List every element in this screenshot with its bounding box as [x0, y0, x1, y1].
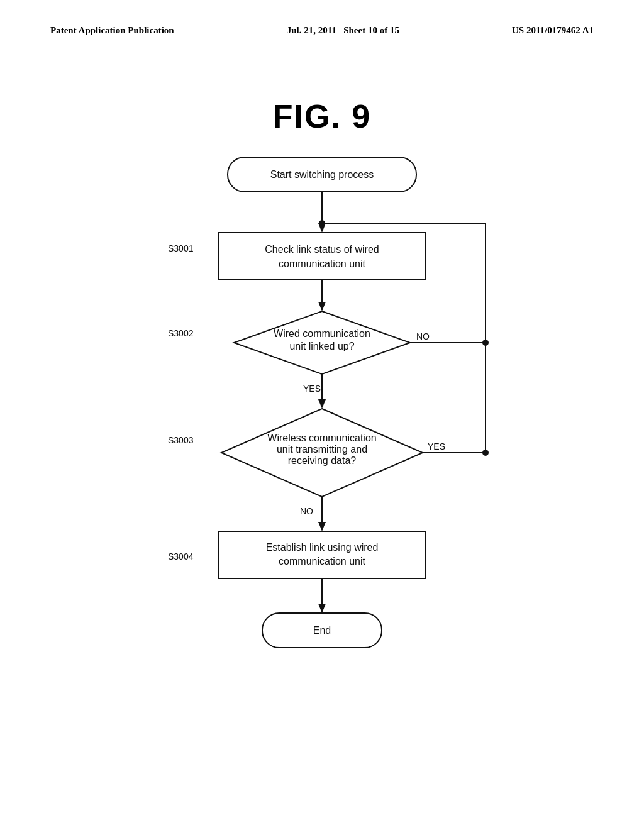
- svg-marker-22: [318, 604, 326, 613]
- s3004-text-line1: Establish link using wired: [266, 542, 379, 553]
- date-label: Jul. 21, 2011: [287, 25, 343, 35]
- s3002-label: S3002: [168, 328, 194, 338]
- s3003-text-line2: unit transmitting and: [277, 444, 367, 455]
- s3002-no-label: NO: [416, 331, 430, 341]
- s3001-text-line2: communication unit: [279, 258, 365, 269]
- sheet-label: Sheet 10 of 15: [343, 25, 399, 35]
- end-label: End: [313, 625, 331, 636]
- date-sheet-label: Jul. 21, 2011 Sheet 10 of 15: [287, 25, 399, 36]
- s3002-text-line2: unit linked up?: [289, 341, 354, 351]
- svg-rect-20: [218, 531, 426, 578]
- s3004-label: S3004: [168, 551, 194, 562]
- figure-title: FIG. 9: [0, 97, 644, 135]
- s3003-no-label: NO: [300, 506, 313, 516]
- s3003-label: S3003: [168, 435, 194, 445]
- s3002-text-line1: Wired communication: [274, 328, 370, 339]
- flowchart-diagram: text { font-family: Arial, sans-serif; f…: [102, 151, 542, 751]
- svg-marker-16: [318, 522, 326, 531]
- s3003-text-line1: Wireless communication: [267, 433, 376, 443]
- start-label: Start switching process: [270, 169, 374, 180]
- s3001-label: S3001: [168, 243, 194, 253]
- svg-marker-6: [318, 302, 326, 311]
- s3003-text-line3: receiving data?: [288, 455, 357, 466]
- s3004-text-line2: communication unit: [279, 556, 365, 567]
- page-header: Patent Application Publication Jul. 21, …: [0, 25, 644, 36]
- publication-label: Patent Application Publication: [50, 25, 174, 36]
- patent-number-label: US 2011/0179462 A1: [512, 25, 594, 36]
- svg-marker-9: [318, 399, 326, 409]
- svg-point-3: [319, 220, 325, 226]
- s3001-text-line1: Check link status of wired: [265, 244, 379, 255]
- svg-rect-4: [218, 233, 426, 280]
- flowchart-svg: text { font-family: Arial, sans-serif; f…: [102, 151, 542, 748]
- s3003-yes-label: YES: [428, 441, 445, 451]
- s3002-yes-label: YES: [303, 384, 321, 394]
